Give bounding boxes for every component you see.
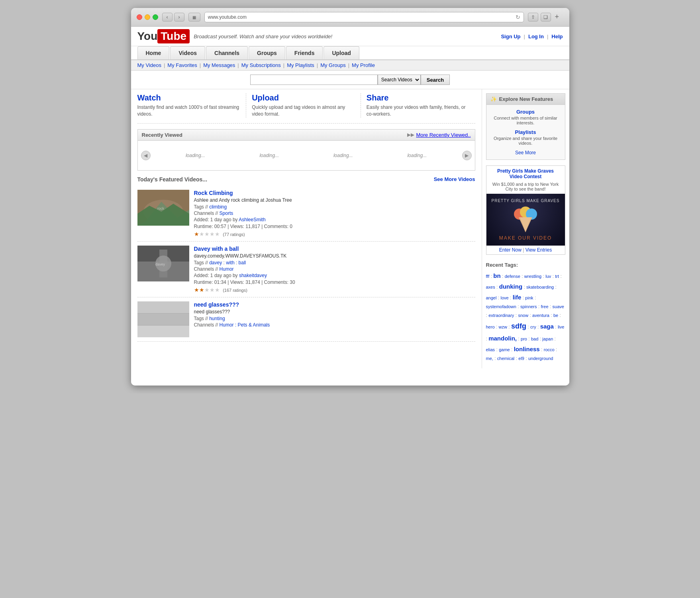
enter-now-link[interactable]: Enter Now (499, 247, 522, 253)
feature-share-title[interactable]: Share (367, 93, 470, 102)
tag-snow[interactable]: snow (518, 313, 528, 318)
see-more-link[interactable]: See More (515, 150, 536, 155)
tag-defense[interactable]: defense (505, 274, 520, 279)
tag-wzw[interactable]: wzw (499, 325, 507, 329)
minimize-button[interactable] (145, 14, 150, 20)
feature-watch-title[interactable]: Watch (137, 93, 241, 102)
maximize-button[interactable] (153, 14, 158, 20)
subnav-my-subscriptions[interactable]: My Subscriptions (241, 62, 281, 68)
tag-luv[interactable]: luv (545, 274, 551, 279)
playlists-link[interactable]: Playlists (515, 129, 536, 135)
tag-cry[interactable]: cry (530, 325, 536, 329)
tag-davey[interactable]: davey (209, 260, 222, 266)
yt-logo[interactable]: YouTube (137, 29, 190, 43)
video-title-3[interactable]: need glasses??? (194, 301, 475, 308)
sidebar-toggle-button[interactable]: ▦ (188, 13, 200, 22)
tag-game[interactable]: game (499, 347, 510, 352)
sign-up-link[interactable]: Sign Up (501, 33, 520, 39)
tag-suave[interactable]: suave (553, 304, 564, 309)
video-title-1[interactable]: Rock Climbing (194, 190, 475, 196)
new-tab-button[interactable]: + (555, 13, 564, 22)
rv-prev-button[interactable]: ◀ (141, 151, 151, 160)
address-bar[interactable]: ↻ (204, 12, 524, 22)
help-link[interactable]: Help (551, 33, 563, 39)
tag-spinners[interactable]: spinners (520, 304, 537, 309)
contest-image[interactable]: PRETTY GIRLS MAKE GRAVES MAKE OUR VIDEO (486, 194, 565, 246)
tag-extraordinary[interactable]: extraordinary (488, 313, 514, 318)
tag-rocco[interactable]: rocco (544, 347, 555, 352)
video-thumb-1[interactable]: rock (137, 190, 189, 226)
subnav-my-videos[interactable]: My Videos (137, 62, 161, 68)
tag-bad[interactable]: bad (531, 336, 538, 341)
tag-climbing[interactable]: climbing (209, 204, 227, 210)
forward-button[interactable]: › (174, 13, 184, 22)
tag-systemofadown[interactable]: systemofadown (486, 304, 516, 309)
nav-channels[interactable]: Channels (206, 46, 248, 59)
tag-skateboarding[interactable]: skateboarding (526, 285, 554, 289)
video-thumb-2[interactable]: davey (137, 246, 189, 281)
tag-aventura[interactable]: aventura (532, 313, 549, 318)
tag-mandolin[interactable]: mandolin, (488, 335, 517, 342)
nav-friends[interactable]: Friends (286, 46, 323, 59)
tag-ball[interactable]: ball (239, 260, 246, 266)
tag-japan[interactable]: japan (542, 336, 553, 341)
subnav-my-favorites[interactable]: My Favorites (167, 62, 197, 68)
nav-videos[interactable]: Videos (170, 46, 205, 59)
search-type-select[interactable]: Search Videos (378, 75, 421, 85)
tag-chemical[interactable]: chemical (497, 356, 514, 361)
video-author-1[interactable]: AshleeSmith (239, 217, 265, 222)
tag-elias[interactable]: elias (486, 347, 495, 352)
reload-icon[interactable]: ↻ (516, 14, 520, 20)
subnav-my-playlists[interactable]: My Playlists (287, 62, 314, 68)
see-more-videos-link[interactable]: See More Videos (434, 176, 475, 182)
video-thumb-3[interactable] (137, 301, 189, 337)
tag-wrestling[interactable]: wrestling (524, 274, 541, 279)
nav-upload[interactable]: Upload (324, 46, 359, 59)
view-entries-link[interactable]: View Entries (525, 247, 552, 253)
tag-underground[interactable]: underground (528, 356, 553, 361)
tag-dunking[interactable]: dunking (499, 283, 522, 290)
nav-home[interactable]: Home (137, 46, 170, 59)
tag-love[interactable]: love (500, 295, 508, 300)
subnav-my-messages[interactable]: My Messages (203, 62, 235, 68)
tag-pink[interactable]: pink (525, 295, 533, 300)
subnav-my-profile[interactable]: My Profile (352, 62, 375, 68)
log-in-link[interactable]: Log In (528, 33, 544, 39)
tag-saga[interactable]: saga (540, 323, 554, 330)
tag-hunting[interactable]: hunting (209, 316, 225, 321)
search-button[interactable]: Search (421, 75, 450, 85)
nav-groups[interactable]: Groups (249, 46, 285, 59)
tag-fff[interactable]: fff (486, 274, 490, 279)
channel-sports[interactable]: Sports (220, 210, 233, 216)
rv-next-button[interactable]: ▶ (462, 151, 472, 160)
tag-be[interactable]: be (553, 313, 558, 318)
tag-bn[interactable]: bn (493, 272, 500, 279)
search-input[interactable] (250, 75, 378, 85)
video-title-2[interactable]: Davey with a ball (194, 246, 475, 252)
address-input[interactable] (208, 14, 516, 20)
channel-humor[interactable]: Humor (220, 266, 234, 272)
subnav-my-groups[interactable]: My Groups (320, 62, 346, 68)
tag-el9[interactable]: el9 (518, 356, 524, 361)
tag-life[interactable]: life (513, 294, 522, 301)
tag-lonliness[interactable]: lonliness (514, 346, 540, 352)
tag-hero[interactable]: hero (486, 325, 495, 329)
share-button[interactable]: ⇧ (528, 13, 538, 22)
close-button[interactable] (137, 14, 142, 20)
tag-live[interactable]: live (558, 325, 565, 329)
back-button[interactable]: ‹ (162, 13, 173, 22)
feature-upload-title[interactable]: Upload (252, 93, 355, 102)
tag-sdfg[interactable]: sdfg (511, 322, 526, 330)
tag-me[interactable]: me, (486, 356, 493, 361)
groups-link[interactable]: Groups (516, 109, 535, 115)
rv-more-link[interactable]: More Recently Viewed.. (416, 132, 471, 138)
channel-humor-pets[interactable]: Humor : Pets & Animals (220, 322, 270, 328)
fullscreen-button[interactable]: ❏ (541, 13, 551, 22)
tag-axes[interactable]: axes (486, 285, 495, 289)
tag-with[interactable]: with (226, 260, 234, 266)
tag-trt[interactable]: trt (555, 274, 559, 279)
contest-link[interactable]: Pretty Girls Make Graves Video Contest (497, 168, 554, 179)
tag-pro[interactable]: pro (521, 336, 527, 341)
tag-angel[interactable]: angel (486, 295, 497, 300)
video-author-2[interactable]: shakeitdavey (239, 273, 267, 278)
